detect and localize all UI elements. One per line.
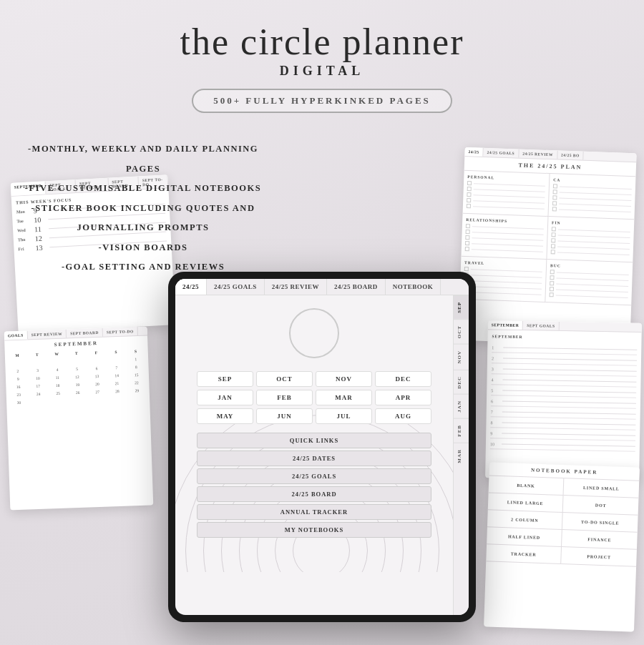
card-tab[interactable]: SEPT REVIEW (27, 330, 67, 340)
plan-line (472, 232, 544, 235)
notebook-card: NOTEBOOK PAPER BLANKLINED SMALLLINED LAR… (484, 462, 640, 631)
notebook-type-cell[interactable]: HALF LINED (487, 527, 562, 547)
tablet-tab[interactable]: 24/25 (175, 279, 207, 295)
plan-checkbox[interactable] (552, 227, 556, 231)
cal-day-cell (8, 359, 27, 367)
screen-body: SEPOCTNOVDECJANFEBMARAPRMAYJUNJULAUG QUI… (175, 295, 469, 615)
quick-link-item[interactable]: ANNUAL TRACKER (197, 504, 431, 520)
cal-day-cell (29, 398, 49, 405)
plan-checkbox[interactable] (552, 195, 557, 200)
card-tab[interactable]: 24/25 GOALS (483, 148, 519, 158)
month-button[interactable]: FEB (256, 390, 313, 405)
plan-checkbox[interactable] (466, 230, 470, 234)
plan-checkbox[interactable] (467, 204, 471, 208)
quick-link-item[interactable]: 24/25 DATES (197, 450, 431, 466)
notebook-type-cell[interactable]: LINED SMALL (564, 478, 640, 498)
cal-day-cell: 16 (9, 383, 28, 390)
plan-checkbox[interactable] (552, 207, 557, 211)
plan-check-row (465, 247, 543, 254)
month-button[interactable]: APR (375, 390, 431, 405)
side-tab-item[interactable]: DEC (454, 370, 469, 395)
tablet-screen: 24/2524/25 GOALS24/25 REVIEW24/25 BOARDN… (175, 279, 469, 615)
tablet-tab[interactable]: NOTEBOOK (386, 279, 441, 295)
plan-checkbox[interactable] (465, 241, 469, 245)
quick-link-item[interactable]: MY NOTEBOOKS (197, 522, 431, 538)
side-tab-item[interactable]: FEB (454, 418, 469, 443)
month-button[interactable]: NOV (316, 371, 372, 387)
notebook-type-cell[interactable]: 2 COLUMN (487, 510, 563, 530)
plan-checkbox[interactable] (551, 238, 555, 242)
cal-day-cell: 8 (127, 363, 146, 371)
month-button[interactable]: DEC (375, 371, 431, 387)
notebook-type-cell[interactable]: BLANK (489, 476, 565, 496)
cal-day-cell (69, 397, 88, 405)
card-tab[interactable]: SEPTEMBER (488, 320, 524, 330)
quick-link-item[interactable]: QUICK LINKS (197, 433, 431, 448)
plan-checkbox[interactable] (467, 181, 472, 185)
cal-day-cell: 6 (87, 365, 107, 373)
cal-day-cell (107, 356, 126, 364)
month-button[interactable]: SEP (197, 371, 253, 387)
month-button[interactable]: JUN (256, 408, 313, 424)
plan-checkbox[interactable] (467, 187, 472, 191)
side-tab-item[interactable]: OCT (454, 319, 469, 344)
side-tab-item[interactable]: MAR (454, 443, 469, 469)
plan-section-title: BUC (550, 263, 629, 270)
plan-checkbox[interactable] (467, 192, 471, 197)
plan-line (472, 243, 543, 246)
side-tab-item[interactable]: JAN (454, 394, 469, 418)
plan-checkbox[interactable] (552, 201, 557, 205)
month-button[interactable]: JAN (197, 390, 253, 405)
month-button[interactable]: AUG (375, 408, 431, 424)
plan-checkbox[interactable] (550, 292, 554, 297)
plan-checkbox[interactable] (550, 275, 554, 280)
plan-line (557, 252, 630, 255)
notebook-type-cell[interactable]: PROJECT (561, 547, 637, 567)
card-tab[interactable]: SEPT TO-DO (103, 327, 138, 337)
tablet-tab[interactable]: 24/25 REVIEW (265, 279, 327, 295)
plan-checkbox[interactable] (467, 198, 471, 202)
notebook-type-cell[interactable]: LINED LARGE (488, 493, 564, 513)
cal-day-cell: 11 (48, 374, 67, 382)
plan-checkbox[interactable] (550, 287, 554, 291)
plan-checkbox[interactable] (465, 247, 469, 251)
card-tab[interactable]: 24/25 REVIEW (519, 149, 557, 159)
plan-checkbox[interactable] (551, 232, 555, 237)
plan-section: RELATIONSHIPS (461, 214, 548, 260)
plan-line (556, 277, 628, 281)
plan-checkbox[interactable] (464, 267, 469, 271)
plan-checkbox[interactable] (551, 250, 555, 254)
plan-checkbox[interactable] (553, 189, 557, 194)
month-button[interactable]: JUL (316, 408, 372, 424)
plan-checkbox[interactable] (551, 244, 555, 248)
month-button[interactable]: OCT (256, 371, 313, 387)
card-tab[interactable]: GOALS (4, 330, 28, 340)
plan-checkbox[interactable] (550, 281, 554, 285)
plan-checkbox[interactable] (466, 224, 470, 228)
month-button[interactable]: MAY (197, 408, 253, 424)
plan-checkbox[interactable] (465, 235, 469, 240)
tablet-tab[interactable]: 24/25 GOALS (207, 279, 265, 295)
right-mid-card: SEPTEMBERSEPT GOALS SEPTEMBER 1234567891… (485, 320, 642, 481)
plan-line (556, 295, 628, 298)
side-tab-item[interactable]: NOV (454, 344, 469, 370)
plan-section-title: RELATIONSHIPS (466, 217, 544, 225)
cal-day-cell: 5 (67, 365, 87, 373)
notebook-type-cell[interactable]: TRACKER (486, 544, 562, 564)
quick-link-item[interactable]: 24/25 BOARD (197, 486, 431, 502)
card-tab[interactable]: SEPT BOARD (67, 328, 103, 338)
card-tab[interactable]: SEPT GOALS (523, 321, 559, 330)
card-tab[interactable]: 24/25 BO (557, 150, 584, 159)
notebook-type-cell[interactable]: TO-DO SINGLE (562, 513, 638, 533)
cal-day-cell: 23 (9, 390, 29, 398)
plan-check-row (551, 250, 630, 257)
tablet-tab[interactable]: 24/25 BOARD (327, 279, 386, 295)
month-button[interactable]: MAR (316, 390, 372, 405)
side-tab-item[interactable]: SEP (454, 295, 469, 319)
notebook-type-cell[interactable]: FINANCE (562, 530, 638, 550)
plan-checkbox[interactable] (550, 270, 555, 274)
notebook-type-cell[interactable]: DOT (563, 496, 639, 516)
card-tab[interactable]: 24/25 (464, 147, 483, 157)
plan-checkbox[interactable] (553, 184, 557, 188)
quick-link-item[interactable]: 24/25 GOALS (197, 468, 431, 484)
